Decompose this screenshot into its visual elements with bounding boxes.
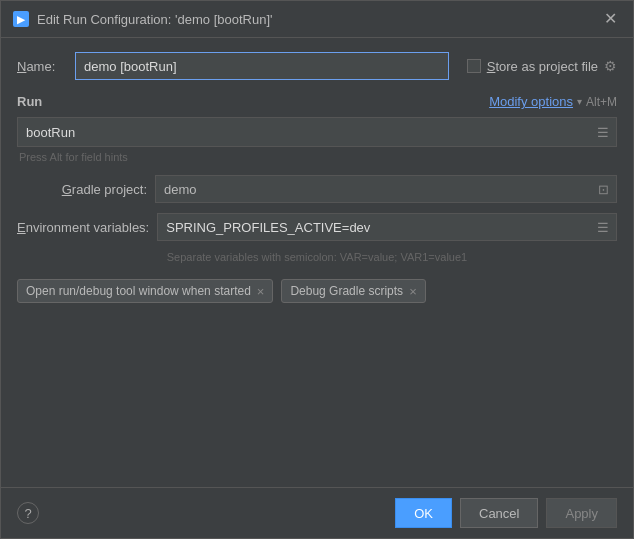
dialog-title: Edit Run Configuration: 'demo [bootRun]' [37,12,273,27]
run-field-input[interactable] [17,117,617,147]
ok-button[interactable]: OK [395,498,452,528]
env-vars-hint: Separate variables with semicolon: VAR=v… [17,251,617,263]
gradle-project-input[interactable] [155,175,617,203]
tag-open-run-window-close[interactable]: × [257,285,265,298]
title-bar-left: ▶ Edit Run Configuration: 'demo [bootRun… [13,11,273,27]
tags-row: Open run/debug tool window when started … [17,279,617,303]
name-row: Name: Store as project file ⚙ [17,52,617,80]
tag-debug-gradle-label: Debug Gradle scripts [290,284,403,298]
run-field-icon: ☰ [597,125,609,140]
env-vars-row: Environment variables: ☰ [17,213,617,241]
tag-open-run-window: Open run/debug tool window when started … [17,279,273,303]
modify-options-button[interactable]: Modify options ▾ Alt+M [489,94,617,109]
modify-options-shortcut: Alt+M [586,95,617,109]
name-label: Name: [17,59,67,74]
footer: ? OK Cancel Apply [1,487,633,538]
tag-debug-gradle: Debug Gradle scripts × [281,279,425,303]
store-project-container: Store as project file ⚙ [467,58,617,74]
dialog-content: Name: Store as project file ⚙ Run Modify… [1,38,633,487]
env-vars-input[interactable] [157,213,617,241]
run-section-header: Run Modify options ▾ Alt+M [17,94,617,109]
tag-debug-gradle-close[interactable]: × [409,285,417,298]
modify-options-label: Modify options [489,94,573,109]
gradle-project-input-container: ⊡ [155,175,617,203]
tag-open-run-window-label: Open run/debug tool window when started [26,284,251,298]
run-field-hint: Press Alt for field hints [17,151,617,163]
env-vars-input-container: ☰ [157,213,617,241]
store-project-checkbox[interactable] [467,59,481,73]
name-input[interactable] [75,52,449,80]
gradle-project-browse-icon[interactable]: ⊡ [598,182,609,197]
run-section-title: Run [17,94,42,109]
run-field-container: ☰ [17,117,617,147]
store-project-label: Store as project file [487,59,598,74]
apply-button[interactable]: Apply [546,498,617,528]
help-button[interactable]: ? [17,502,39,524]
env-vars-edit-icon[interactable]: ☰ [597,220,609,235]
env-vars-label: Environment variables: [17,220,149,235]
close-button[interactable]: ✕ [600,9,621,29]
cancel-button[interactable]: Cancel [460,498,538,528]
chevron-down-icon: ▾ [577,96,582,107]
gear-icon[interactable]: ⚙ [604,58,617,74]
title-bar: ▶ Edit Run Configuration: 'demo [bootRun… [1,1,633,38]
gradle-project-label: Gradle project: [17,182,147,197]
run-config-icon: ▶ [13,11,29,27]
gradle-project-row: Gradle project: ⊡ [17,175,617,203]
dialog: ▶ Edit Run Configuration: 'demo [bootRun… [0,0,634,539]
